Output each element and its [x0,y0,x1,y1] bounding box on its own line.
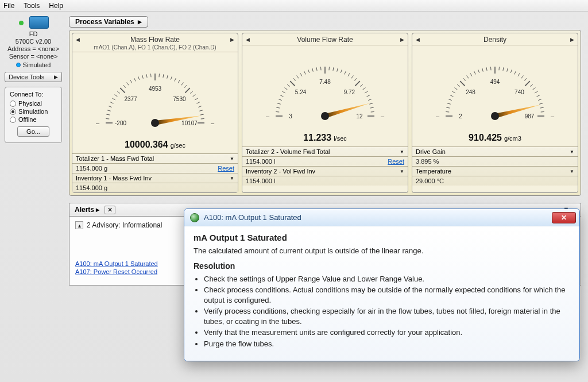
collapse-icon[interactable]: ▴ [75,221,83,229]
menu-file[interactable]: File [3,2,14,10]
dropdown-2[interactable]: Temperature▼ [412,167,578,176]
svg-line-70 [348,74,350,76]
svg-line-111 [499,67,500,70]
resolution-heading: Resolution [194,261,570,272]
menubar[interactable]: File Tools Help [0,0,588,11]
menu-help[interactable]: Help [49,2,63,10]
svg-line-121 [533,88,536,90]
svg-line-6 [113,98,115,100]
svg-text:–: – [96,119,100,126]
svg-line-79 [369,103,373,105]
svg-line-27 [185,88,189,92]
svg-line-58 [300,74,302,76]
gauge-card-2: ◀ Density ▶ 2248494740987–– 910.425g/cm3… [412,33,578,193]
chevron-right-icon[interactable]: ▶ [230,37,234,43]
gauge-dial: 35.247.489.7212–– [256,50,394,122]
go-button[interactable]: Go... [17,126,49,137]
radio-offline[interactable]: Offline [10,116,57,123]
chevron-right-icon[interactable]: ▶ [400,37,404,43]
svg-text:-200: -200 [115,120,126,126]
radio-offline-label: Offline [18,116,37,123]
svg-line-9 [120,88,125,92]
svg-point-137 [491,112,499,120]
svg-line-116 [518,74,520,76]
gauge-header[interactable]: ◀ Volume Flow Rate ▶ [242,33,408,45]
menu-tools[interactable]: Tools [24,2,40,10]
dropdown-1[interactable]: Totalizer 2 - Volume Fwd Total▼ [242,147,408,157]
svg-line-97 [450,95,453,97]
svg-line-71 [351,76,353,79]
chevron-left-icon[interactable]: ◀ [246,37,250,43]
svg-line-72 [354,78,357,81]
svg-line-94 [446,107,450,108]
svg-text:2377: 2377 [124,96,137,102]
reset-link[interactable]: Reset [218,165,234,172]
svg-line-49 [277,103,281,105]
gauge-title: Density [425,36,565,44]
value-2: 29.000 °C [412,176,578,186]
svg-line-57 [297,76,299,79]
svg-line-30 [195,98,198,100]
resolution-item: Verify process conditions, checking espe… [204,306,570,326]
device-icon [29,16,49,29]
alerts-tab[interactable]: Alerts ▶ [72,204,102,215]
alert-popup-titlebar[interactable]: A100: mA Output 1 Saturated ✕ [184,209,579,226]
gauge-value: 910.425g/cm3 [469,133,521,142]
svg-line-68 [341,70,342,73]
svg-line-108 [486,67,487,71]
globe-icon [190,213,199,222]
gauge-header[interactable]: ◀ Mass Flow Rate mAO1 (Chan.A), FO 1 (Ch… [72,33,238,52]
resolution-item: Check the settings of Upper Range Value … [204,274,570,284]
chevron-down-icon: ▼ [570,149,574,155]
dropdown-2[interactable]: Inventory 2 - Vol Fwd Inv▼ [242,167,408,176]
svg-line-65 [329,67,330,70]
gauge-value: 10000.364g/sec [125,140,185,149]
dropdown-1[interactable]: Totalizer 1 - Mass Fwd Total▼ [72,154,238,164]
svg-line-102 [463,78,466,81]
gauge-title: Mass Flow Rate [85,36,225,44]
alerts-close-button[interactable]: ✕ [105,206,115,214]
chevron-right-icon: ▶ [54,74,58,80]
gauge-dial: 2248494740987–– [426,50,564,122]
svg-line-75 [363,88,366,90]
device-tools-button[interactable]: Device Tools ▶ [5,72,62,82]
chevron-right-icon[interactable]: ▶ [570,37,574,43]
svg-text:–: – [211,119,215,126]
dropdown-2[interactable]: Inventory 1 - Mass Fwd Inv▼ [72,173,238,183]
sidebar: FD 5700C v2.00 Address = <none> Sensor =… [5,16,62,143]
svg-line-114 [510,70,512,73]
svg-line-11 [127,83,129,86]
dropdown-1[interactable]: Drive Gain▼ [412,147,578,157]
svg-line-80 [370,107,374,108]
value-1: 3.895 % [412,157,578,167]
svg-text:12: 12 [356,113,363,119]
value-2: 1154.000 l [242,176,408,186]
svg-line-48 [276,107,280,108]
svg-line-109 [491,67,492,70]
value-2: 1154.000 g [72,183,238,192]
svg-line-26 [184,85,187,88]
svg-line-119 [525,81,529,86]
process-variables-label: Process Variables [75,18,134,26]
gauge-header[interactable]: ◀ Density ▶ [412,33,578,45]
chevron-left-icon[interactable]: ◀ [416,37,420,43]
device-sensor: Sensor = <none> [9,53,58,60]
svg-line-5 [110,102,113,104]
simulated-label: Simulated [23,61,51,68]
gauge-unit: g/sec [171,142,185,149]
gauge-unit: g/cm3 [504,135,521,142]
svg-text:–: – [266,113,270,119]
svg-line-62 [316,67,317,71]
svg-line-105 [474,71,476,74]
reset-link[interactable]: Reset [388,158,404,165]
close-button[interactable]: ✕ [552,212,576,223]
svg-line-93 [446,112,449,113]
svg-text:–: – [551,113,555,119]
svg-line-1 [106,119,109,119]
process-variables-tab[interactable]: Process Variables ▶ [69,16,148,28]
svg-line-25 [181,83,183,86]
svg-line-63 [321,67,322,70]
radio-simulation[interactable]: Simulation [10,108,57,115]
chevron-left-icon[interactable]: ◀ [76,37,80,43]
radio-physical[interactable]: Physical [10,100,57,107]
